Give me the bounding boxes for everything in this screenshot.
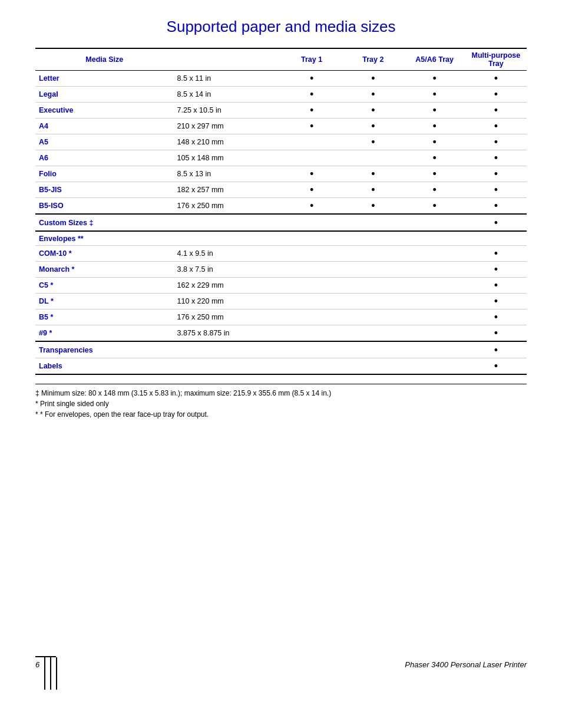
media-name: Executive [35, 103, 174, 118]
media-name: Folio [35, 166, 174, 182]
labels-row: Labels • [35, 358, 527, 375]
col-header-media-size: Media Size [35, 48, 174, 71]
footnote-3: * * For envelopes, open the rear face-up… [35, 410, 527, 419]
a5a6-cell: • [404, 71, 465, 87]
tray1-cell [281, 150, 342, 166]
envelope-dim: 4.1 x 9.5 in [174, 246, 281, 262]
tray1-cell: • [281, 118, 342, 134]
mp-cell: • [465, 71, 527, 87]
custom-sizes-mp: • [465, 214, 527, 231]
product-name: Phaser 3400 Personal Laser Printer [405, 660, 527, 669]
footnote-1: ‡ Minimum size: 80 x 148 mm (3.15 x 5.83… [35, 389, 527, 397]
envelope-mp: • [465, 278, 527, 294]
envelope-mp: • [465, 309, 527, 325]
footnotes: ‡ Minimum size: 80 x 148 mm (3.15 x 5.83… [35, 384, 527, 419]
col-header-dimensions [174, 48, 281, 71]
envelope-dim: 3.875 x 8.875 in [174, 325, 281, 342]
envelope-name: COM-10 * [35, 246, 174, 262]
a5a6-cell: • [404, 166, 465, 182]
table-row: Folio 8.5 x 13 in • • • • [35, 166, 527, 182]
labels-mp: • [465, 358, 527, 375]
table-row: A6 105 x 148 mm • • [35, 150, 527, 166]
col-header-tray1: Tray 1 [281, 48, 342, 71]
media-name: A5 [35, 134, 174, 150]
custom-sizes-label: Custom Sizes ‡ [35, 214, 281, 231]
media-dim: 8.5 x 11 in [174, 71, 281, 87]
mp-cell: • [465, 150, 527, 166]
envelope-mp: • [465, 294, 527, 309]
media-dim: 8.5 x 14 in [174, 87, 281, 103]
tray2-cell: • [342, 166, 404, 182]
envelope-row: #9 * 3.875 x 8.875 in • [35, 325, 527, 342]
envelope-row: B5 * 176 x 250 mm • [35, 309, 527, 325]
media-dim: 210 x 297 mm [174, 118, 281, 134]
media-name: A4 [35, 118, 174, 134]
tray2-cell: • [342, 118, 404, 134]
table-row: B5-JIS 182 x 257 mm • • • • [35, 182, 527, 198]
envelope-row: C5 * 162 x 229 mm • [35, 278, 527, 294]
page-title: Supported paper and media sizes [35, 18, 527, 36]
col-header-a5a6: A5/A6 Tray [404, 48, 465, 71]
mp-cell: • [465, 103, 527, 118]
envelope-dim: 176 x 250 mm [174, 309, 281, 325]
envelope-name: C5 * [35, 278, 174, 294]
media-dim: 105 x 148 mm [174, 150, 281, 166]
tray2-cell: • [342, 87, 404, 103]
envelope-name: #9 * [35, 325, 174, 342]
a5a6-cell: • [404, 134, 465, 150]
envelope-mp: • [465, 262, 527, 278]
a5a6-cell: • [404, 118, 465, 134]
a5a6-cell: • [404, 198, 465, 215]
table-row: A5 148 x 210 mm • • • [35, 134, 527, 150]
decoration [35, 654, 82, 690]
media-name: A6 [35, 150, 174, 166]
media-name: Letter [35, 71, 174, 87]
a5a6-cell: • [404, 150, 465, 166]
media-dim: 8.5 x 13 in [174, 166, 281, 182]
envelope-dim: 162 x 229 mm [174, 278, 281, 294]
media-dim: 176 x 250 mm [174, 198, 281, 215]
envelope-name: B5 * [35, 309, 174, 325]
media-dim: 148 x 210 mm [174, 134, 281, 150]
labels-label: Labels [35, 358, 281, 375]
table-header-row: Media Size Tray 1 Tray 2 A5/A6 Tray Mult… [35, 48, 527, 71]
envelope-dim: 3.8 x 7.5 in [174, 262, 281, 278]
mp-cell: • [465, 166, 527, 182]
tray1-cell: • [281, 103, 342, 118]
envelopes-header: Envelopes ** [35, 231, 527, 246]
table-row: Legal 8.5 x 14 in • • • • [35, 87, 527, 103]
a5a6-cell: • [404, 87, 465, 103]
envelope-name: Monarch * [35, 262, 174, 278]
mp-cell: • [465, 87, 527, 103]
tray1-cell: • [281, 198, 342, 215]
table-row: B5-ISO 176 x 250 mm • • • • [35, 198, 527, 215]
media-name: B5-ISO [35, 198, 174, 215]
media-dim: 7.25 x 10.5 in [174, 103, 281, 118]
tray1-cell [281, 134, 342, 150]
table-row: A4 210 x 297 mm • • • • [35, 118, 527, 134]
envelope-mp: • [465, 246, 527, 262]
page-footer: 6 Phaser 3400 Personal Laser Printer [0, 660, 562, 669]
tray2-cell: • [342, 182, 404, 198]
envelope-mp: • [465, 325, 527, 342]
media-size-table: Media Size Tray 1 Tray 2 A5/A6 Tray Mult… [35, 48, 527, 375]
footnote-2: * Print single sided only [35, 400, 527, 408]
tray1-cell: • [281, 71, 342, 87]
transparencies-label: Transparencies [35, 341, 281, 358]
mp-cell: • [465, 182, 527, 198]
transparencies-mp: • [465, 341, 527, 358]
a5a6-cell: • [404, 103, 465, 118]
tray1-cell: • [281, 182, 342, 198]
mp-cell: • [465, 118, 527, 134]
media-name: Legal [35, 87, 174, 103]
media-dim: 182 x 257 mm [174, 182, 281, 198]
envelope-row: COM-10 * 4.1 x 9.5 in • [35, 246, 527, 262]
table-row: Letter 8.5 x 11 in • • • • [35, 71, 527, 87]
envelope-row: DL * 110 x 220 mm • [35, 294, 527, 309]
tray2-cell: • [342, 134, 404, 150]
tray2-cell [342, 150, 404, 166]
tray1-cell: • [281, 87, 342, 103]
mp-cell: • [465, 198, 527, 215]
tray2-cell: • [342, 198, 404, 215]
col-header-tray2: Tray 2 [342, 48, 404, 71]
